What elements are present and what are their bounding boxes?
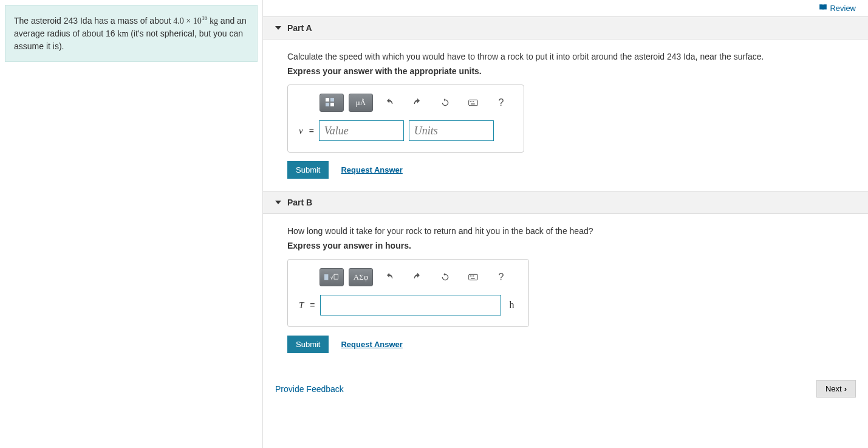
part-b-variable: T bbox=[299, 300, 304, 311]
chevron-right-icon: › bbox=[844, 384, 847, 393]
templates-button[interactable] bbox=[320, 94, 344, 112]
part-b-answer-box: √ ΑΣφ ? T = h bbox=[287, 259, 529, 327]
svg-rect-1 bbox=[330, 98, 334, 102]
book-icon bbox=[819, 4, 827, 13]
undo-button[interactable] bbox=[378, 94, 401, 111]
templates-button[interactable]: √ bbox=[320, 268, 344, 286]
svg-rect-3 bbox=[330, 103, 334, 106]
problem-statement: The asteroid 243 Ida has a mass of about… bbox=[5, 5, 258, 62]
svg-rect-0 bbox=[326, 98, 329, 102]
part-a-header[interactable]: Part A bbox=[263, 16, 868, 40]
reset-button[interactable] bbox=[434, 94, 457, 111]
part-a-submit-button[interactable]: Submit bbox=[287, 161, 329, 179]
part-b-unit: h bbox=[510, 300, 514, 311]
part-b-submit-button[interactable]: Submit bbox=[287, 336, 329, 353]
part-a-title: Part A bbox=[287, 23, 312, 33]
redo-button[interactable] bbox=[406, 269, 429, 286]
keyboard-button[interactable] bbox=[462, 94, 485, 111]
redo-button[interactable] bbox=[406, 94, 429, 111]
review-link[interactable]: Review bbox=[819, 4, 856, 13]
part-b-hint: Express your answer in hours. bbox=[287, 241, 856, 250]
part-b-value-input[interactable] bbox=[320, 295, 501, 315]
svg-rect-5 bbox=[470, 101, 471, 102]
svg-rect-11 bbox=[334, 274, 338, 279]
provide-feedback-link[interactable]: Provide Feedback bbox=[275, 384, 344, 394]
part-b-request-answer[interactable]: Request Answer bbox=[341, 340, 402, 349]
greek-button[interactable]: ΑΣφ bbox=[349, 268, 373, 286]
svg-rect-12 bbox=[469, 274, 478, 280]
next-button[interactable]: Next› bbox=[816, 380, 856, 398]
help-button[interactable]: ? bbox=[490, 94, 513, 111]
part-a-value-input[interactable] bbox=[319, 120, 404, 141]
svg-rect-9 bbox=[324, 274, 328, 280]
part-a-hint: Express your answer with the appropriate… bbox=[287, 66, 856, 76]
svg-rect-8 bbox=[471, 103, 475, 104]
svg-rect-14 bbox=[471, 275, 472, 276]
svg-rect-16 bbox=[471, 278, 475, 278]
chevron-down-icon bbox=[275, 26, 281, 30]
svg-rect-15 bbox=[473, 275, 474, 276]
help-button[interactable]: ? bbox=[490, 269, 513, 286]
part-b-header[interactable]: Part B bbox=[263, 191, 868, 214]
part-b-title: Part B bbox=[287, 198, 312, 207]
part-a-answer-box: μÅ ? v = bbox=[287, 84, 524, 153]
part-a-prompt: Calculate the speed with which you would… bbox=[287, 52, 856, 61]
svg-rect-7 bbox=[473, 101, 474, 102]
part-a-request-answer[interactable]: Request Answer bbox=[341, 165, 402, 174]
units-button[interactable]: μÅ bbox=[349, 94, 373, 112]
svg-text:√: √ bbox=[330, 274, 334, 281]
part-b-prompt: How long would it take for your rock to … bbox=[287, 226, 856, 236]
reset-button[interactable] bbox=[434, 269, 457, 286]
svg-rect-2 bbox=[326, 103, 329, 106]
svg-rect-4 bbox=[469, 100, 478, 105]
chevron-down-icon bbox=[275, 201, 281, 204]
svg-rect-13 bbox=[470, 275, 471, 276]
svg-rect-6 bbox=[471, 101, 472, 102]
keyboard-button[interactable] bbox=[462, 269, 485, 286]
part-a-units-input[interactable] bbox=[409, 120, 494, 141]
undo-button[interactable] bbox=[378, 269, 401, 286]
part-a-variable: v bbox=[299, 126, 303, 136]
